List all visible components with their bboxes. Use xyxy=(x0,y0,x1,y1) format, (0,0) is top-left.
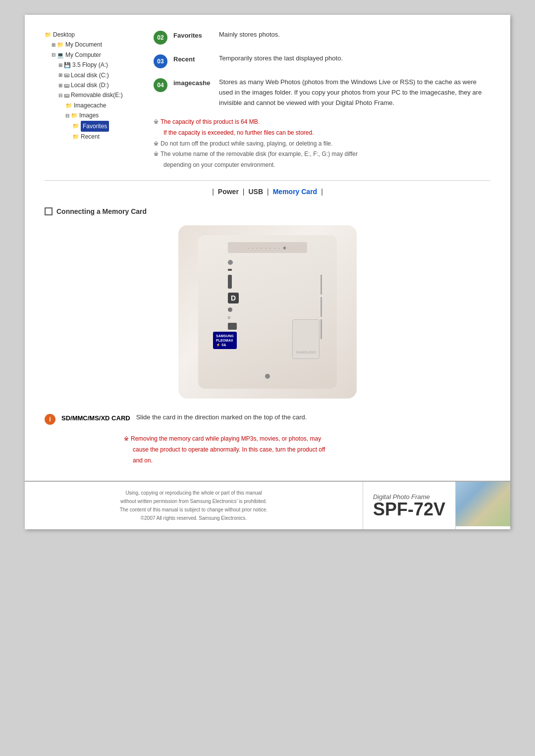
info-row-imagecache: 04 imagecashe Stores as many Web Photos … xyxy=(154,77,490,108)
tree-label-mycomputer: My Computer xyxy=(65,50,101,60)
warning-box: ※ Removing the memory card while playing… xyxy=(124,434,490,466)
removable-icon: 🖴 xyxy=(64,91,69,100)
sd-desc: Slide the card in the direction marked o… xyxy=(136,413,307,421)
port-dot xyxy=(228,260,233,265)
info-row-favorites: 02 Favorites Mainly stores photos. xyxy=(154,30,490,45)
note-1: ※ The capacity of this product is 64 MB. xyxy=(154,117,490,128)
desc-imagecache: Stores as many Web Photos (photos from t… xyxy=(219,77,490,108)
expand-icon: ⊟ xyxy=(58,91,62,100)
footer-branding: Digital Photo Frame SPF-72V xyxy=(363,482,456,529)
tree-label-local-c: Local disk (C:) xyxy=(71,70,109,80)
tree-item-images: ⊟ 📁 Images xyxy=(45,110,134,120)
section-heading: Connecting a Memory Card xyxy=(25,202,510,220)
stripe xyxy=(321,297,322,317)
term-favorites: Favorites xyxy=(173,32,213,39)
expand-icon: ⊞ xyxy=(58,61,62,69)
port-rect xyxy=(228,323,237,330)
badge-favorites: 02 xyxy=(154,31,167,45)
tree-label-removable-e: Removable disk(E:) xyxy=(71,90,123,100)
notes-section: ※ The capacity of this product is 64 MB.… xyxy=(154,117,490,170)
desc-favorites: Mainly stores photos. xyxy=(219,30,280,40)
nav-usb[interactable]: USB xyxy=(248,188,263,196)
tree-item-recent: 📁 Recent xyxy=(45,132,134,142)
disk-icon: 🖴 xyxy=(64,70,69,80)
tree-item-local-d: ⊞ 🖴 Local disk (D:) xyxy=(45,80,134,90)
nav-power[interactable]: Power xyxy=(218,188,239,196)
note-4: ※ The volume name of the removable disk … xyxy=(154,149,490,160)
badge-imagecache: 04 xyxy=(154,78,167,92)
disk-icon: 🖴 xyxy=(64,81,69,90)
port-circle xyxy=(228,307,232,312)
card-slot: SAMSUNG xyxy=(292,319,320,359)
tree-label-floppy: 3.5 Flopy (A:) xyxy=(72,60,108,70)
tree-item-floppy: ⊞ 💾 3.5 Flopy (A:) xyxy=(45,60,134,70)
port-slot xyxy=(228,275,232,289)
footer-model-text: SPF-72V xyxy=(373,501,445,518)
nav-sep-4: | xyxy=(321,188,323,196)
tree-item-favorites: 📁 Favorites xyxy=(45,121,134,132)
nav-memory-card[interactable]: Memory Card xyxy=(273,188,317,196)
tree-label-recent: Recent xyxy=(81,132,100,142)
nav-sep-3: | xyxy=(267,188,269,196)
file-tree: 📁 Desktop ⊞ 📁 My Document ⊟ 💻 My Compute… xyxy=(45,30,134,170)
top-section: 📁 Desktop ⊞ 📁 My Document ⊟ 💻 My Compute… xyxy=(25,15,510,180)
tree-label-imagecache: Imagecache xyxy=(74,101,106,110)
info-section: 02 Favorites Mainly stores photos. 03 Re… xyxy=(154,30,490,170)
expand-icon: ⊟ xyxy=(52,50,55,59)
computer-icon: 💻 xyxy=(57,50,64,60)
device-image-area: - - - - - - - - ◉ D D ≡ xyxy=(25,220,510,408)
note-3: ※ Do not turn off the product while savi… xyxy=(154,139,490,150)
sd-badge: i xyxy=(45,414,55,425)
drive-icon: 💾 xyxy=(64,60,71,70)
folder-icon: 📁 xyxy=(72,121,79,131)
sd-label: SD/MMC/MS/XD CARD xyxy=(61,414,130,422)
footer: Using, copying or reproducing the whole … xyxy=(25,481,510,529)
section-icon xyxy=(45,207,53,215)
term-imagecache: imagecashe xyxy=(173,79,213,87)
samsung-label-small: SAMSUNG xyxy=(296,350,316,354)
footer-image xyxy=(456,482,510,529)
nav-bar: | Power | USB | Memory Card | xyxy=(25,181,510,202)
device-image: - - - - - - - - ◉ D D ≡ xyxy=(178,225,357,399)
tree-item-imagecache: 📁 Imagecache xyxy=(45,101,134,110)
expand-icon: ⊞ xyxy=(58,71,62,79)
port-square: D xyxy=(228,293,239,303)
port-label: D xyxy=(228,316,231,319)
folder-icon: 📁 xyxy=(57,40,64,50)
folder-icon: 📁 xyxy=(72,132,79,142)
section-heading-text: Connecting a Memory Card xyxy=(56,207,147,215)
nav-sep-2: | xyxy=(243,188,245,196)
tree-label-images: Images xyxy=(79,110,99,120)
info-row-recent: 03 Recent Temporarily stores the last di… xyxy=(154,53,490,68)
badge-recent: 03 xyxy=(154,54,167,68)
warning-line-2: cause the product to operate abnormally.… xyxy=(124,445,490,455)
tree-item-mycomputer: ⊟ 💻 My Computer xyxy=(45,50,134,60)
footer-copyright: Using, copying or reproducing the whole … xyxy=(25,482,363,529)
folder-icon: 📁 xyxy=(45,30,52,40)
note-2: If the capacity is exceeded, no further … xyxy=(154,128,490,139)
expand-icon: ⊟ xyxy=(65,111,69,120)
tree-label-favorites: Favorites xyxy=(81,121,109,132)
samsung-badge: SAMSUNGPLEOMAX⚡ S& xyxy=(213,332,237,349)
folder-icon: 📁 xyxy=(65,101,72,110)
device-label-strip: - - - - - - - - ◉ xyxy=(228,242,307,253)
stripe xyxy=(321,275,322,295)
tree-label-mydocument: My Document xyxy=(65,40,102,50)
device-body: - - - - - - - - ◉ D D ≡ xyxy=(198,235,337,389)
port-strip xyxy=(228,269,232,271)
nav-sep-1: | xyxy=(212,188,214,196)
device-ports: D D ≡ xyxy=(228,260,239,337)
note-5: depending on your computer environment. xyxy=(154,160,490,171)
sd-card-row: i SD/MMC/MS/XD CARD Slide the card in th… xyxy=(25,408,510,430)
tree-label-local-d: Local disk (D:) xyxy=(71,80,109,90)
tree-label-desktop: Desktop xyxy=(53,30,75,40)
expand-icon: ⊞ xyxy=(58,81,62,90)
warning-line-1: ※ Removing the memory card while playing… xyxy=(124,434,490,445)
device-bottom-dot xyxy=(265,374,270,379)
footer-photo xyxy=(456,482,510,526)
warning-line-3: and on. xyxy=(124,455,490,466)
tree-item-removable-e: ⊟ 🖴 Removable disk(E:) xyxy=(45,90,134,100)
tree-item-mydocument: ⊞ 📁 My Document xyxy=(45,40,134,50)
stripe xyxy=(321,319,322,339)
tree-item-desktop: 📁 Desktop xyxy=(45,30,134,40)
